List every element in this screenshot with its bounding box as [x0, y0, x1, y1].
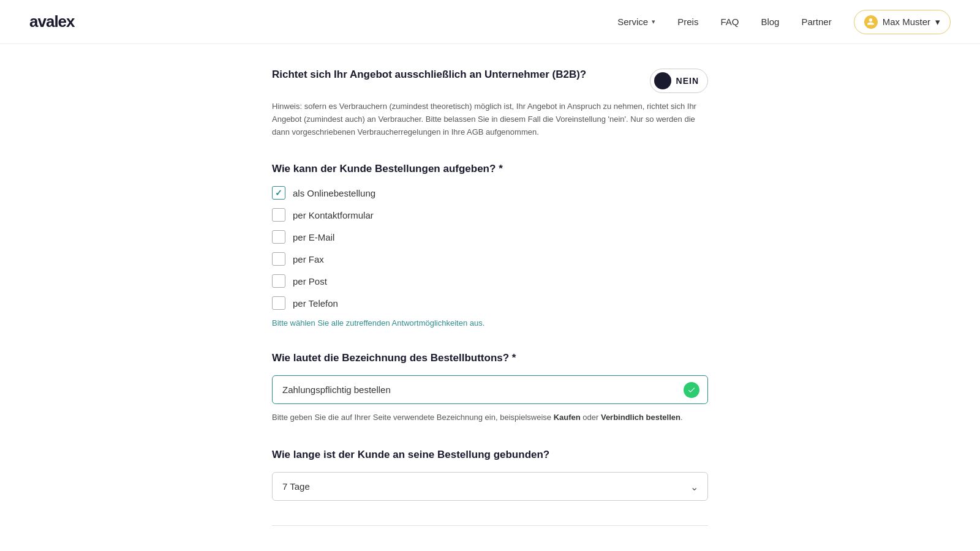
binding-select[interactable]: 7 Tage: [272, 472, 708, 501]
hint-bold-verbindlich: Verbindlich bestellen: [601, 413, 680, 422]
chevron-down-icon: ▾: [652, 18, 655, 26]
checkbox-online-box[interactable]: ✓: [272, 186, 285, 200]
checkbox-contact-box[interactable]: [272, 208, 285, 222]
button-input-wrapper: [272, 375, 708, 404]
order-checkbox-list: ✓ als Onlinebestellung per Kontaktformul…: [272, 186, 708, 310]
binding-select-wrapper: 7 Tage ⌄: [272, 472, 708, 501]
section-divider: [272, 525, 708, 526]
nav-preis-label: Preis: [677, 17, 698, 27]
checkbox-online[interactable]: ✓ als Onlinebestellung: [272, 186, 708, 200]
required-star: *: [499, 163, 503, 174]
nav-item-service[interactable]: Service ▾: [617, 17, 655, 27]
binding-question-label: Wie lange ist der Kunde an seine Bestell…: [272, 449, 708, 461]
b2b-question-row: Richtet sich Ihr Angebot ausschließlich …: [272, 69, 708, 93]
order-section: Wie kann der Kunde Bestellungen aufgeben…: [272, 163, 708, 328]
nav-links: Service ▾ Preis FAQ Blog Partner Max Mus…: [617, 10, 951, 34]
check-icon: ✓: [275, 188, 282, 198]
nav-item-partner[interactable]: Partner: [801, 17, 831, 27]
user-name-label: Max Muster: [883, 17, 930, 27]
b2b-section: Richtet sich Ihr Angebot ausschließlich …: [272, 69, 708, 138]
binding-select-value: 7 Tage: [282, 481, 310, 492]
checkbox-post-box[interactable]: [272, 274, 285, 288]
navbar: avalex Service ▾ Preis FAQ Blog Partner …: [0, 0, 980, 44]
nav-item-preis[interactable]: Preis: [677, 17, 698, 27]
button-question-label: Wie lautet die Bezeichnung des Bestellbu…: [272, 352, 708, 364]
b2b-toggle[interactable]: NEIN: [650, 69, 708, 93]
checkbox-email-box[interactable]: [272, 230, 285, 244]
nav-item-faq[interactable]: FAQ: [720, 17, 739, 27]
hint-bold-kaufen: Kaufen: [554, 413, 581, 422]
checkbox-phone[interactable]: per Telefon: [272, 296, 708, 310]
checkbox-email[interactable]: per E-Mail: [272, 230, 708, 244]
user-avatar-icon: [864, 15, 878, 29]
nav-service-label: Service: [617, 17, 648, 27]
checkbox-contact-label: per Kontaktformular: [293, 210, 374, 220]
button-hint-text: Bitte geben Sie die auf Ihrer Seite verw…: [272, 411, 708, 424]
checkbox-post-label: per Post: [293, 276, 327, 287]
checkbox-phone-label: per Telefon: [293, 298, 338, 309]
valid-check-icon: [684, 382, 699, 398]
checkbox-fax[interactable]: per Fax: [272, 252, 708, 266]
toggle-knob: [654, 72, 671, 89]
button-required-star: *: [512, 352, 516, 364]
user-menu-button[interactable]: Max Muster ▾: [854, 10, 951, 34]
checkbox-contact[interactable]: per Kontaktformular: [272, 208, 708, 222]
b2b-question-text: Richtet sich Ihr Angebot ausschließlich …: [272, 69, 635, 81]
nav-faq-label: FAQ: [720, 17, 739, 27]
user-chevron-icon: ▾: [935, 17, 940, 28]
checkbox-fax-box[interactable]: [272, 252, 285, 266]
nav-item-blog[interactable]: Blog: [761, 17, 779, 27]
checkbox-phone-box[interactable]: [272, 296, 285, 310]
checkbox-online-label: als Onlinebestellung: [293, 188, 375, 198]
checkbox-post[interactable]: per Post: [272, 274, 708, 288]
main-content: Richtet sich Ihr Angebot ausschließlich …: [257, 44, 723, 551]
b2b-hint-text: Hinweis: sofern es Verbrauchern (zuminde…: [272, 100, 708, 138]
checkbox-email-label: per E-Mail: [293, 232, 334, 242]
toggle-label: NEIN: [676, 76, 699, 86]
button-label-input[interactable]: [272, 375, 708, 404]
order-hint-text: Bitte wählen Sie alle zutreffenden Antwo…: [272, 318, 708, 328]
button-label-section: Wie lautet die Bezeichnung des Bestellbu…: [272, 352, 708, 424]
checkbox-fax-label: per Fax: [293, 254, 324, 264]
logo: avalex: [29, 12, 75, 31]
binding-section: Wie lange ist der Kunde an seine Bestell…: [272, 449, 708, 501]
order-question-label: Wie kann der Kunde Bestellungen aufgeben…: [272, 163, 708, 175]
nav-partner-label: Partner: [801, 17, 831, 27]
nav-blog-label: Blog: [761, 17, 779, 27]
